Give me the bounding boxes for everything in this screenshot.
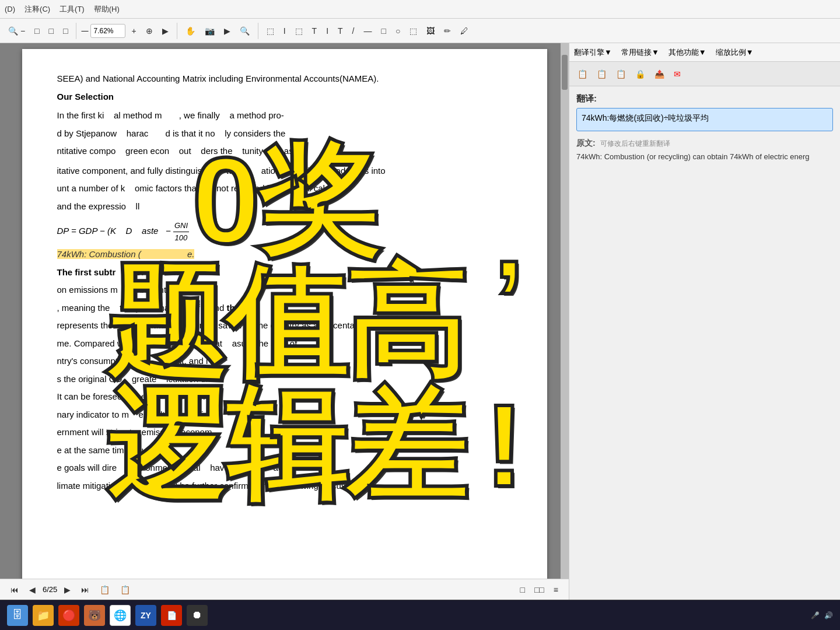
find-btn[interactable]: 🔍 [236,24,253,38]
taskbar-icon-bear[interactable]: 🐻 [84,605,105,626]
zoom-out-btn[interactable]: 🔍 − [5,24,29,38]
ellipse-btn[interactable]: ○ [392,24,404,38]
select-text-btn[interactable]: ⬚ [263,24,278,38]
line-btn[interactable]: / [349,24,358,38]
taskbar-icon-chrome[interactable]: 🌐 [110,605,131,626]
last-page-btn[interactable]: ⏭ [78,583,93,597]
next-page-btn[interactable]: ▶ [61,583,74,597]
ernment-line: ernment will strive t emissio econom [57,426,512,439]
page-info: 6/25 [43,585,57,594]
panel-lock-btn[interactable]: 🔒 [632,67,649,81]
zoom-ratio-menu[interactable]: 缩放比例▼ [716,47,754,58]
nary-line: nary indicator to m e health, e a higher [57,408,512,422]
edit-btn[interactable]: ✏ [440,24,454,38]
pdf-area: SEEA) and National Accounting Matrix inc… [0,43,569,600]
right-panel-content: 翻译: 74kWh:每燃烧(或回收)÷吨垃圾平均 原文: 可修改后右键重新翻译 … [569,86,840,600]
menu-bar: (D) 注释(C) 工具(T) 帮助(H) [0,0,840,19]
text3-btn[interactable]: T [334,24,346,38]
menu-item-annotation[interactable]: 注释(C) [24,4,50,15]
translation-section: 翻译: 74kWh:每燃烧(或回收)÷吨垃圾平均 [576,93,833,131]
rotate-btn[interactable]: ▶ [159,24,172,38]
menu-item-tools[interactable]: 工具(T) [60,4,85,15]
foresee-line: It can be foresee oses G ove the met [57,390,512,404]
original-section: 原文: 可修改后右键重新翻译 74kWh: Combustion (or rec… [576,138,833,163]
panel-mail-btn[interactable]: ✉ [670,67,684,81]
common-links-menu[interactable]: 常用链接▼ [621,47,659,58]
taskbar-mic-icon[interactable]: 🎤 [811,611,820,620]
copy-btn[interactable]: 📋 [96,583,113,597]
panel-share-btn[interactable]: 📤 [651,67,668,81]
original-label: 原文: 可修改后右键重新翻译 [576,138,833,149]
header-line: SEEA) and National Accounting Matrix inc… [57,72,512,86]
crop-btn[interactable]: □ [31,24,43,38]
image-btn[interactable]: 🖼 [423,24,438,38]
cursor-btn[interactable]: I [280,24,289,38]
paste-btn[interactable]: 📋 [117,583,134,597]
pan-btn[interactable]: ✋ [182,24,199,38]
emissions-line: on emissions m carbo nts [57,284,512,297]
scroll-btn[interactable]: ≡ [550,583,562,597]
other-functions-menu[interactable]: 其他功能▼ [668,47,706,58]
taskbar-icon-files[interactable]: 🗄 [7,605,28,626]
para3: ntitative compo green econ out ders the … [57,145,512,158]
play-btn[interactable]: ▶ [220,24,234,38]
sep1 [76,23,76,39]
pdf-bottom-bar: ⏮ ◀ 6/25 ▶ ⏭ 📋 📋 □ □□ ≡ [0,579,569,600]
me-line: me. Compared with o methods, t equat asu… [57,337,512,351]
select-btn[interactable]: □ [60,24,71,38]
panel-icon3-btn[interactable]: 📋 [612,67,629,81]
rect-btn[interactable]: □ [377,24,389,38]
taskbar-volume-icon[interactable]: 🔊 [824,611,833,620]
main-area: SEEA) and National Accounting Matrix inc… [0,43,840,600]
panel-icon2-btn[interactable]: 📋 [593,67,610,81]
menu-item-help[interactable]: 帮助(H) [94,4,120,15]
zoom-label: — [81,27,88,35]
para5: unt a number of k omic factors that are … [57,182,512,195]
e-line: e at the same tim ou oli [57,444,512,457]
right-panel: 翻译引擎▼ 常用链接▼ 其他功能▼ 缩放比例▼ 📋 📋 📋 🔒 📤 ✉ 翻译: … [569,43,840,600]
pdf-nav: ⏮ ◀ 6/25 ▶ ⏭ 📋 📋 [7,583,134,597]
hline-btn[interactable]: — [360,24,375,38]
pdf-scroll[interactable]: SEEA) and National Accounting Matrix inc… [0,43,569,579]
panel-icon1-btn[interactable]: 📋 [574,67,591,81]
text-btn[interactable]: T [309,24,321,38]
single-page-btn[interactable]: □ [516,583,528,597]
taskbar-icon-zy[interactable]: ZY [135,605,156,626]
menu-item-d[interactable]: (D) [5,5,15,13]
pdf-page: SEEA) and National Accounting Matrix inc… [22,49,547,579]
toolbar: 🔍 − □ □ □ — + ⊕ ▶ ✋ 📷 ▶ 🔍 ⬚ I ⬚ T I T / … [0,19,840,43]
scrollbar-thumb[interactable] [562,55,568,90]
original-text: 74kWh: Combustion (or recycling) can obt… [576,151,833,163]
page-btn[interactable]: □ [46,24,57,38]
subtr-head: The first subtr st of ca ion m [57,266,512,279]
pdf-text: SEEA) and National Accounting Matrix inc… [57,72,512,492]
formula-line: DP = GDP − (K D aste − GNI 100 [57,220,512,243]
translation-title: 翻译: [576,93,833,104]
sep2 [177,23,177,39]
translate-engine-menu[interactable]: 翻译引擎▼ [574,47,612,58]
para1: In the first ki al method m , we finally… [57,109,512,123]
facing-page-btn[interactable]: □□ [531,583,548,597]
pdf-scrollbar[interactable] [561,43,569,579]
goals-line: e goals will dire environmental heal hav… [57,461,512,475]
fit-btn[interactable]: ⊕ [142,24,156,38]
taskbar-icon-matlab[interactable]: 🔴 [58,605,79,626]
snapshot-btn[interactable]: 📷 [201,24,218,38]
original-hint: 可修改后右键重新翻译 [600,139,670,148]
text2-btn[interactable]: I [323,24,332,38]
prev-page-btn[interactable]: ◀ [26,583,39,597]
taskbar-icon-folder[interactable]: 📁 [33,605,54,626]
zoom-in-btn[interactable]: + [128,24,139,38]
first-page-btn[interactable]: ⏮ [7,583,22,597]
para2: d by Stjepanow harac d is that it no ly … [57,127,512,141]
box-btn[interactable]: ⬚ [292,24,306,38]
highlighted-para: 74kWh: Combustion ( e. [57,248,512,261]
climate-line: limate mitigation. This point will be fu… [57,480,512,493]
taskbar-icon-pdf[interactable]: 📄 [161,605,182,626]
taskbar-right: 🎤 🔊 [811,611,833,620]
poly-btn[interactable]: ⬚ [406,24,421,38]
sign-btn[interactable]: 🖊 [457,24,472,38]
translation-box[interactable]: 74kWh:每燃烧(或回收)÷吨垃圾平均 [576,108,833,131]
zoom-input[interactable] [90,24,125,38]
taskbar-icon-record[interactable]: ⏺ [187,605,208,626]
